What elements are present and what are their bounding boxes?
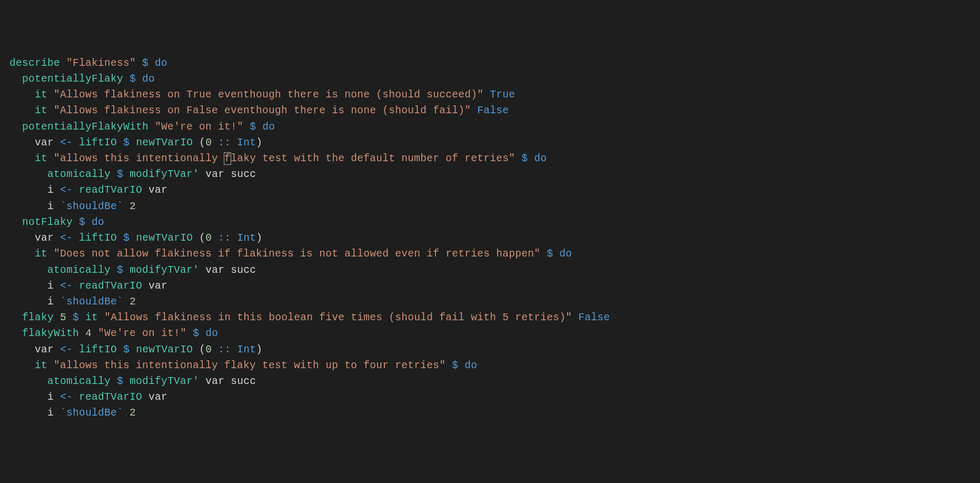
code-token <box>9 248 35 260</box>
code-token <box>243 121 250 133</box>
code-token: 2 <box>130 296 136 308</box>
code-token: "allows this intentionally flaky test wi… <box>54 360 446 371</box>
code-token: Int <box>237 344 256 356</box>
code-token: liftIO <box>79 344 117 356</box>
code-editor-content[interactable]: describe "Flakiness" $ do potentiallyFla… <box>9 55 971 421</box>
code-token: i <box>47 201 54 212</box>
code-token: readTVarIO <box>79 391 142 403</box>
code-token <box>231 137 237 149</box>
code-token: $ <box>521 153 528 164</box>
code-token: $ <box>250 121 256 133</box>
code-token <box>130 232 136 244</box>
code-token: "Flakiness" <box>66 57 136 69</box>
code-token: do <box>142 73 155 85</box>
code-token <box>79 328 85 339</box>
code-token <box>9 184 47 196</box>
code-token: liftIO <box>79 232 117 244</box>
code-token: 5 <box>60 312 66 323</box>
code-token: Int <box>237 137 256 149</box>
code-token <box>73 216 79 228</box>
code-token: 4 <box>85 328 92 339</box>
code-token <box>123 201 130 212</box>
code-token <box>256 121 262 133</box>
code-token <box>60 57 66 69</box>
code-token: :: <box>218 232 231 244</box>
code-token <box>231 344 237 356</box>
code-token <box>54 184 60 196</box>
code-token: $ <box>142 57 149 69</box>
code-token <box>9 232 35 244</box>
code-token: <- <box>60 344 73 356</box>
code-token: "Allows flakiness in this boolean five t… <box>104 312 572 323</box>
code-token <box>9 344 35 356</box>
code-token <box>47 105 54 116</box>
code-token <box>73 184 79 196</box>
code-token <box>199 328 205 339</box>
code-token: do <box>559 248 572 260</box>
code-token: False <box>578 312 610 323</box>
code-token <box>117 344 123 356</box>
code-token: ( <box>193 137 205 149</box>
code-token <box>117 137 123 149</box>
code-token: $ <box>130 73 136 85</box>
code-token <box>73 232 79 244</box>
code-token: ( <box>193 344 205 356</box>
code-token: $ <box>193 328 199 339</box>
code-token <box>9 216 22 228</box>
code-token: "allows this intentionally <box>54 153 224 164</box>
code-token <box>515 153 521 164</box>
code-token: it <box>35 89 47 101</box>
code-token: var succ <box>199 264 256 276</box>
code-token: 2 <box>130 201 136 212</box>
code-token: flaky <box>22 312 54 323</box>
code-token <box>9 296 47 308</box>
code-token <box>54 201 60 212</box>
code-token <box>54 391 60 403</box>
code-token <box>212 232 218 244</box>
code-token <box>47 360 54 371</box>
code-token <box>572 312 578 323</box>
code-token <box>553 248 559 260</box>
code-token: var <box>35 344 54 356</box>
code-token: <- <box>60 391 73 403</box>
code-token <box>123 296 130 308</box>
code-token: i <box>47 407 54 419</box>
code-token <box>9 73 22 85</box>
code-token: $ <box>117 264 123 276</box>
code-token <box>9 105 35 116</box>
code-token <box>9 169 47 180</box>
code-token: var <box>142 280 167 292</box>
code-token <box>471 105 477 116</box>
code-token: var succ <box>199 169 256 180</box>
code-token <box>111 376 117 387</box>
code-token: 2 <box>130 407 136 419</box>
code-token <box>212 344 218 356</box>
code-token <box>149 57 155 69</box>
code-token: do <box>155 57 167 69</box>
code-token: modifyTVar' <box>130 376 199 387</box>
code-token: :: <box>218 137 231 149</box>
code-token <box>483 89 490 101</box>
code-token <box>123 169 130 180</box>
code-token <box>73 137 79 149</box>
code-token <box>540 248 547 260</box>
code-token: ) <box>256 137 262 149</box>
code-token: $ <box>123 344 130 356</box>
code-token: potentiallyFlaky <box>22 73 123 85</box>
code-token <box>54 137 60 149</box>
code-token: <- <box>60 137 73 149</box>
code-token <box>123 264 130 276</box>
code-token: it <box>35 105 47 116</box>
code-token: flakyWith <box>22 328 79 339</box>
code-token: ) <box>256 344 262 356</box>
code-token: readTVarIO <box>79 280 142 292</box>
code-token <box>123 407 130 419</box>
code-token <box>54 312 60 323</box>
code-token: var <box>142 391 167 403</box>
code-token <box>9 121 22 133</box>
code-token: Int <box>237 232 256 244</box>
code-token <box>9 360 35 371</box>
code-token: "We're on it!" <box>98 328 186 339</box>
code-token: False <box>477 105 509 116</box>
code-token: modifyTVar' <box>130 264 199 276</box>
